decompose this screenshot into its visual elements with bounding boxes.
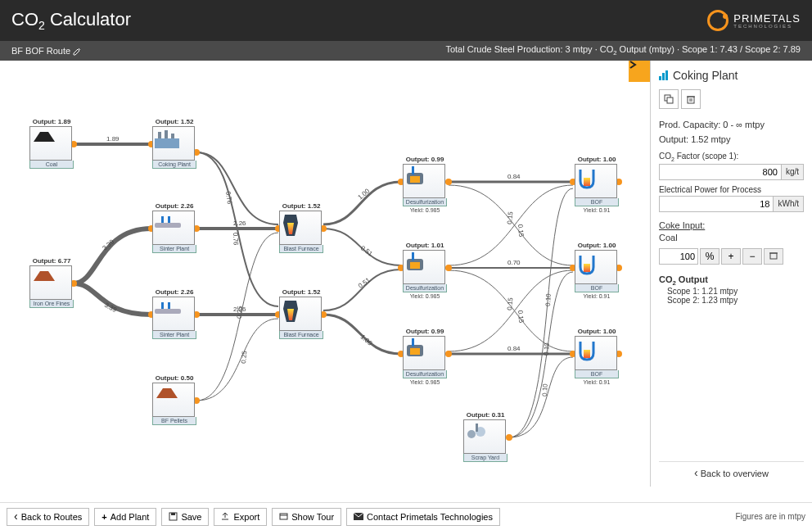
svg-text:0.15: 0.15 [517,224,525,238]
output-text: Output: 1.52 mtpy [659,134,804,144]
back-to-routes-button[interactable]: Back to Routes [7,508,89,526]
svg-rect-55 [155,223,181,228]
svg-text:0.84: 0.84 [508,173,521,180]
desulf-icon [404,337,444,369]
pellets-icon [153,383,194,416]
node-blast-furnace-2[interactable]: Output: 1.52 Blast Furnace [279,288,323,339]
node-bof-2[interactable]: Output: 1.00 BOF Yield: 0.91 [575,242,619,299]
show-tour-button[interactable]: Show Tour [272,508,341,526]
coke-input-header: Coke Input: [659,220,804,230]
furnace-icon [280,211,321,244]
bof-icon [575,165,616,197]
collapse-sidebar-button[interactable] [629,61,650,82]
epp-input[interactable] [659,196,774,212]
svg-rect-53 [165,130,168,138]
svg-text:0.84: 0.84 [508,345,521,352]
svg-marker-61 [156,388,178,398]
co2-factor-input[interactable] [659,164,782,180]
back-to-overview-button[interactable]: Back to overview [659,461,804,482]
svg-text:0.10: 0.10 [541,383,549,396]
chevron-left-icon [14,512,18,522]
remove-input-button[interactable] [764,248,783,265]
svg-marker-49 [34,132,55,142]
desulf-icon [404,165,444,197]
furnace-icon [280,297,321,330]
footer-toolbar: Back to Routes +Add Plant Save Export Sh… [0,502,812,530]
node-bof-1[interactable]: Output: 1.00 BOF Yield: 0.91 [575,156,619,213]
scrap-icon [464,420,505,453]
tour-icon [279,512,288,521]
save-icon [169,512,178,521]
node-desulf-3[interactable]: Output: 0.99 Desulfurization Yield: 0.98… [403,328,447,385]
add-plant-button[interactable]: +Add Plant [94,508,156,526]
svg-text:0.25: 0.25 [236,306,244,319]
node-scrap-yard[interactable]: Output: 0.31 Scrap Yard [463,411,508,462]
coal-icon [30,127,71,160]
svg-rect-54 [171,134,174,138]
sub-header: BF BOF Route Total Crude Steel Productio… [0,41,812,61]
flow-svg: 1.89 3.39 3.39 0.76 0.76 2.26 2.26 0.25 … [0,61,650,487]
svg-rect-73 [476,424,478,432]
co2-output-block: CO2 Output Scope 1: 1.21 mtpy Scope 2: 1… [659,274,804,305]
contact-button[interactable]: Contact Primetals Technologies [346,508,500,526]
plus-button[interactable]: + [721,248,741,265]
coke-value-input[interactable] [659,248,698,265]
node-pellets[interactable]: Output: 0.50 BF Pellets [152,374,196,425]
node-bof-3[interactable]: Output: 1.00 BOF Yield: 0.91 [575,328,619,385]
details-sidebar: Coking Plant Prod. Capacity: 0 - ∞ mtpy … [650,61,812,487]
coking-icon [153,127,194,160]
node-sinter-1[interactable]: Output: 2.26 Sinter Plant [152,202,196,253]
brand-logo: PRIMETALSTECHNOLOGIES [707,10,801,31]
svg-text:0.15: 0.15 [506,211,514,224]
mail-icon [354,513,363,521]
svg-rect-86 [171,513,175,515]
svg-rect-64 [412,166,414,174]
export-icon [221,512,230,521]
figures-note: Figures are in mtpy [735,512,805,521]
epp-label: Electrical Power for Process [659,185,804,194]
svg-rect-87 [280,514,287,519]
node-coking-plant[interactable]: Output: 1.52 Coking Plant [152,118,196,169]
svg-text:0.70: 0.70 [508,259,521,266]
node-coal[interactable]: Output: 1.89 Coal [29,118,74,169]
node-desulf-2[interactable]: Output: 1.01 Desulfurization Yield: 0.98… [403,242,447,299]
svg-rect-75 [584,264,590,272]
svg-rect-58 [155,309,181,314]
svg-text:0.76: 0.76 [232,233,240,246]
coke-item-label: Coal [659,233,804,242]
co2-factor-label: CO2 Factor (scope 1): [659,152,804,162]
svg-rect-67 [412,252,414,260]
node-blast-furnace-1[interactable]: Output: 1.52 Blast Furnace [279,202,323,253]
svg-rect-69 [410,348,420,355]
flow-canvas[interactable]: 1.89 3.39 3.39 0.76 0.76 2.26 2.26 0.25 … [0,61,650,487]
epp-unit: kWh/t [774,196,804,212]
svg-rect-76 [584,350,590,358]
svg-rect-57 [168,216,170,223]
svg-text:3.39: 3.39 [103,301,118,315]
svg-rect-83 [770,253,777,259]
save-button[interactable]: Save [161,508,209,526]
svg-rect-74 [584,178,590,186]
minus-button[interactable]: − [742,248,762,265]
percent-button[interactable]: % [700,248,720,265]
export-button[interactable]: Export [214,508,267,526]
node-iron-ore[interactable]: Output: 6.77 Iron Ore Fines [29,257,74,308]
svg-text:0.10: 0.10 [544,293,553,306]
node-desulf-1[interactable]: Output: 0.99 Desulfurization Yield: 0.98… [403,156,447,213]
bof-icon [575,337,616,369]
svg-point-71 [467,430,476,438]
svg-text:0.51: 0.51 [357,276,372,290]
duplicate-button[interactable] [659,89,679,109]
sinter-icon [153,211,194,244]
svg-text:2.26: 2.26 [233,220,246,227]
route-link[interactable]: BF BOF Route [11,46,81,56]
desulf-icon [404,251,444,283]
svg-rect-52 [158,132,161,138]
svg-text:0.15: 0.15 [517,310,525,324]
app-title: CO2 Calculator [11,9,131,32]
trash-icon [769,251,778,260]
node-sinter-2[interactable]: Output: 2.26 Sinter Plant [152,288,196,339]
delete-button[interactable] [681,89,701,109]
svg-rect-78 [667,97,673,103]
svg-text:0.25: 0.25 [240,350,248,364]
